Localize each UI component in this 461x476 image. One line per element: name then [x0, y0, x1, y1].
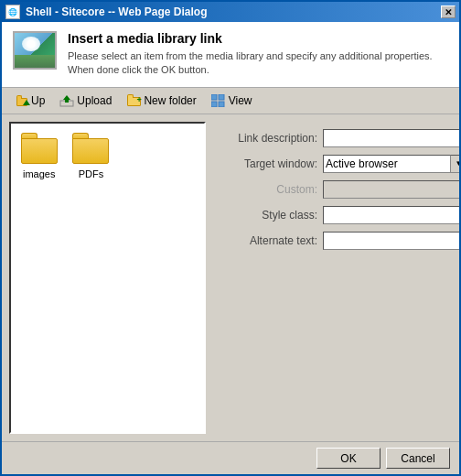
view-icon	[211, 94, 226, 107]
alternate-text-label: Alternate text:	[217, 234, 317, 247]
custom-input[interactable]	[323, 180, 459, 199]
cancel-button[interactable]: Cancel	[386, 448, 450, 469]
up-icon	[16, 95, 28, 106]
file-items: images PDFs	[20, 133, 195, 180]
target-window-label: Target window:	[217, 157, 317, 170]
title-bar: 🌐 Shell - Sitecore -- Web Page Dialog ✕	[2, 2, 459, 22]
file-label-images: images	[20, 168, 58, 180]
properties-panel: Link description: Target window: Active …	[206, 122, 459, 434]
header-panel: Insert a media library link Please selec…	[2, 22, 459, 88]
file-panel: images PDFs	[9, 122, 206, 434]
window-icon: 🌐	[5, 5, 20, 19]
select-arrow-icon[interactable]: ▼	[451, 155, 459, 173]
upload-label: Upload	[77, 94, 112, 107]
new-folder-label: New folder	[144, 94, 196, 107]
bottom-bar: OK Cancel	[2, 441, 459, 474]
target-window-row: Target window: Active browser New browse…	[217, 155, 459, 173]
style-class-row: Style class:	[217, 206, 459, 224]
svg-rect-2	[211, 94, 217, 100]
file-item-pdfs[interactable]: PDFs	[72, 133, 109, 180]
ok-button[interactable]: OK	[316, 448, 381, 469]
target-window-select[interactable]: Active browser New browser Custom	[323, 155, 451, 173]
folder-body	[21, 138, 58, 164]
upload-button[interactable]: Upload	[53, 92, 118, 110]
file-item-images[interactable]: images	[20, 133, 58, 180]
close-button[interactable]: ✕	[441, 5, 456, 18]
link-description-label: Link description:	[217, 132, 317, 145]
up-button[interactable]: Up	[9, 92, 51, 110]
style-class-input[interactable]	[323, 206, 459, 224]
view-button[interactable]: View	[205, 92, 259, 110]
header-title: Insert a media library link	[68, 31, 448, 46]
target-window-select-wrapper: Active browser New browser Custom ▼	[323, 155, 459, 173]
link-description-row: Link description:	[217, 129, 459, 147]
header-description: Please select an item from the media lib…	[68, 49, 448, 78]
up-label: Up	[31, 94, 45, 107]
window: 🌐 Shell - Sitecore -- Web Page Dialog ✕ …	[0, 0, 461, 476]
upload-icon-svg	[59, 94, 74, 107]
folder-icon-pdfs	[72, 133, 109, 164]
new-folder-button[interactable]: + New folder	[120, 92, 202, 110]
link-description-input[interactable]	[323, 129, 459, 147]
svg-rect-3	[219, 94, 224, 100]
folder-icon-images	[21, 133, 58, 164]
new-folder-icon: +	[126, 94, 141, 107]
view-icon-svg	[211, 94, 226, 107]
upload-icon	[59, 94, 74, 107]
main-content: images PDFs Link description: Target win…	[2, 114, 459, 441]
view-label: View	[229, 94, 252, 107]
header-text: Insert a media library link Please selec…	[68, 31, 448, 78]
window-title: Shell - Sitecore -- Web Page Dialog	[26, 5, 208, 18]
header-icon	[13, 31, 57, 70]
style-class-label: Style class:	[217, 209, 317, 222]
custom-label: Custom:	[217, 183, 317, 196]
alternate-text-input[interactable]	[323, 232, 459, 250]
custom-row: Custom:	[217, 180, 459, 199]
title-bar-text: 🌐 Shell - Sitecore -- Web Page Dialog	[5, 5, 208, 19]
svg-rect-4	[211, 102, 217, 107]
alternate-text-row: Alternate text:	[217, 232, 459, 250]
toolbar: Up Upload + New folder	[2, 88, 459, 114]
folder-body-pdfs	[72, 138, 109, 164]
file-label-pdfs: PDFs	[76, 168, 107, 180]
svg-rect-5	[219, 102, 224, 107]
